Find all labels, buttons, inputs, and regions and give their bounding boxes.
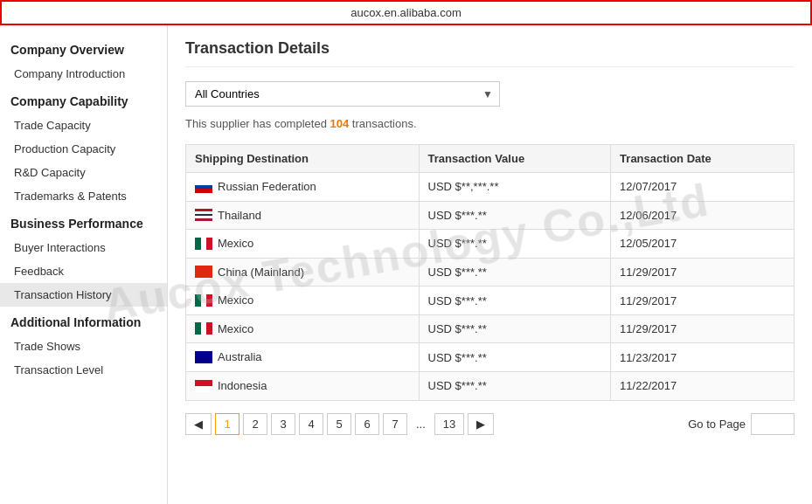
col-header-value: Transaction Value [419, 145, 611, 173]
transaction-count: This supplier has completed 104 transact… [185, 117, 795, 130]
cell-value: USD $***.** [419, 258, 611, 287]
sidebar-item-trademarks-patents[interactable]: Trademarks & Patents [0, 184, 167, 208]
page-layout: Company Overview Company Introduction Co… [0, 25, 812, 504]
pagination-page-1[interactable]: 1 [215, 413, 239, 435]
pagination-page-13[interactable]: 13 [434, 413, 464, 435]
sidebar-section-additional-info: Additional Information [0, 307, 167, 335]
country-name: Thailand [218, 209, 261, 222]
cell-value: USD $***.** [419, 371, 611, 400]
sidebar-section-company-capability: Company Capability [0, 86, 167, 114]
sidebar-item-buyer-interactions[interactable]: Buyer Interactions [0, 236, 167, 259]
country-name: Australia [218, 350, 262, 363]
table-row: MexicoUSD $***.**11/29/2017 [186, 314, 795, 343]
table-row: MexicoUSD $***.**12/05/2017 [186, 230, 795, 259]
filter-bar: All Countries Russian Federation Thailan… [185, 81, 795, 107]
pagination: ◀ 1 2 3 4 5 6 7 ... 13 ▶ Go to Page [185, 413, 795, 435]
sidebar-item-company-introduction[interactable]: Company Introduction [0, 62, 167, 86]
sidebar-item-production-capacity[interactable]: Production Capacity [0, 137, 167, 161]
goto-page-input[interactable] [751, 413, 795, 435]
cell-date: 11/29/2017 [611, 314, 795, 343]
cell-value: USD $***.** [419, 314, 611, 343]
cell-date: 12/05/2017 [611, 230, 795, 259]
address-bar-container: aucox.en.alibaba.com [0, 0, 812, 25]
transaction-table: Shipping Destination Transaction Value T… [185, 144, 795, 401]
cell-date: 12/06/2017 [611, 201, 795, 230]
cell-value: USD $***.** [419, 287, 611, 315]
cell-value: USD $***.** [419, 201, 611, 230]
goto-page-label: Go to Page [688, 418, 746, 431]
table-row: IndonesiaUSD $***.**11/22/2017 [186, 371, 795, 400]
sidebar-item-feedback[interactable]: Feedback [0, 259, 167, 283]
transaction-count-prefix: This supplier has completed [185, 117, 330, 130]
cell-date: 11/29/2017 [611, 287, 795, 315]
flag-icon-mx [195, 238, 212, 250]
flag-icon-mx [195, 294, 212, 307]
cell-destination: Mexico [186, 314, 420, 343]
col-header-date: Transaction Date [611, 145, 795, 173]
cell-destination: Russian Federation [186, 173, 420, 202]
page-title: Transaction Details [185, 39, 795, 67]
country-dropdown-wrapper: All Countries Russian Federation Thailan… [185, 81, 500, 107]
cell-value: USD $***.** [419, 343, 611, 372]
sidebar-section-business-performance: Business Performance [0, 208, 167, 236]
cell-destination: Mexico [186, 230, 420, 259]
flag-icon-th [195, 209, 212, 221]
table-row: ThailandUSD $***.**12/06/2017 [186, 201, 795, 230]
sidebar-item-trade-shows[interactable]: Trade Shows [0, 335, 167, 358]
main-content: Transaction Details All Countries Russia… [168, 25, 812, 504]
pagination-prev[interactable]: ◀ [185, 413, 212, 435]
pagination-ellipsis: ... [411, 414, 431, 434]
flag-icon-cn [195, 266, 212, 278]
transaction-count-number: 104 [330, 117, 349, 130]
pagination-page-4[interactable]: 4 [299, 413, 323, 435]
country-name: Russian Federation [218, 180, 316, 193]
goto-page: Go to Page [688, 413, 795, 435]
flag-icon-ru [195, 181, 212, 193]
cell-destination: Mexico [186, 287, 420, 315]
pagination-page-2[interactable]: 2 [243, 413, 267, 435]
cell-date: 12/07/2017 [611, 173, 795, 202]
sidebar: Company Overview Company Introduction Co… [0, 25, 168, 504]
country-name: Mexico [218, 293, 253, 307]
sidebar-item-trade-capacity[interactable]: Trade Capacity [0, 114, 167, 137]
flag-icon-au [195, 351, 212, 363]
country-name: Mexico [218, 237, 253, 250]
cell-destination: China (Mainland) [186, 258, 420, 287]
sidebar-item-rd-capacity[interactable]: R&D Capacity [0, 161, 167, 184]
cell-value: USD $**,***.** [419, 173, 611, 202]
country-name: Mexico [218, 322, 253, 335]
flag-icon-mx [195, 322, 212, 335]
cell-destination: Thailand [186, 201, 420, 230]
cell-date: 11/22/2017 [611, 371, 795, 400]
flag-icon-id [195, 380, 212, 392]
cell-destination: Australia [186, 343, 420, 372]
cell-date: 11/23/2017 [611, 343, 795, 372]
pagination-next[interactable]: ▶ [468, 413, 494, 435]
sidebar-item-transaction-level[interactable]: Transaction Level [0, 358, 167, 382]
pagination-page-6[interactable]: 6 [355, 413, 379, 435]
country-name: Indonesia [218, 379, 267, 392]
pagination-page-3[interactable]: 3 [271, 413, 295, 435]
address-bar[interactable]: aucox.en.alibaba.com [0, 0, 812, 25]
table-row: China (Mainland)USD $***.**11/29/2017 [186, 258, 795, 287]
sidebar-section-company-overview: Company Overview [0, 34, 167, 62]
sidebar-item-transaction-history[interactable]: Transaction History [0, 283, 167, 307]
cell-value: USD $***.** [419, 230, 611, 259]
pagination-page-5[interactable]: 5 [327, 413, 351, 435]
table-row: MexicoUSD $***.**11/29/2017 [186, 287, 795, 315]
country-dropdown[interactable]: All Countries Russian Federation Thailan… [185, 81, 500, 107]
col-header-destination: Shipping Destination [186, 145, 420, 173]
transaction-count-suffix: transactions. [349, 117, 416, 130]
country-name: China (Mainland) [218, 266, 304, 279]
table-row: Russian FederationUSD $**,***.**12/07/20… [186, 173, 795, 202]
cell-destination: Indonesia [186, 371, 420, 400]
table-row: AustraliaUSD $***.**11/23/2017 [186, 343, 795, 372]
cell-date: 11/29/2017 [611, 258, 795, 287]
pagination-page-7[interactable]: 7 [383, 413, 407, 435]
